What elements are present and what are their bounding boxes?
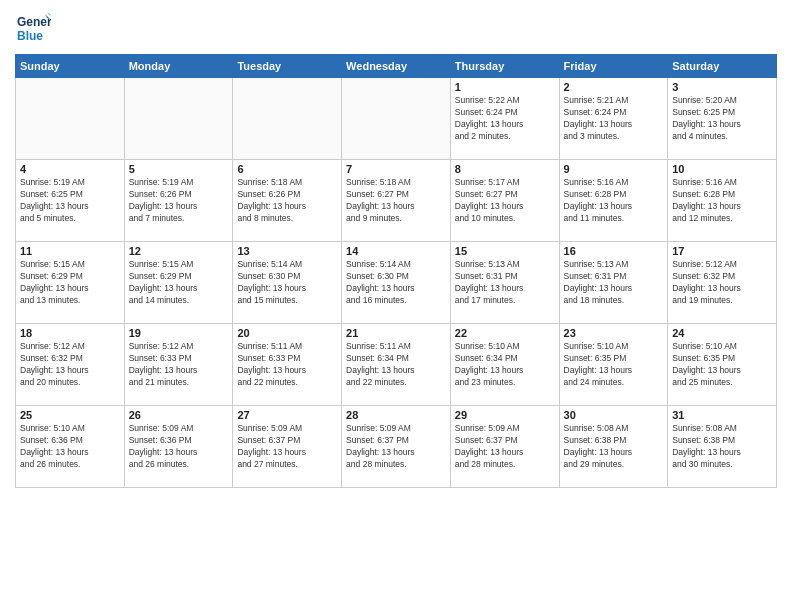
calendar-cell: 19Sunrise: 5:12 AMSunset: 6:33 PMDayligh…	[124, 324, 233, 406]
calendar-weekday: Tuesday	[233, 55, 342, 78]
calendar-cell: 8Sunrise: 5:17 AMSunset: 6:27 PMDaylight…	[450, 160, 559, 242]
day-info: Sunrise: 5:17 AMSunset: 6:27 PMDaylight:…	[455, 177, 555, 225]
day-number: 30	[564, 409, 664, 421]
day-number: 20	[237, 327, 337, 339]
calendar-cell: 18Sunrise: 5:12 AMSunset: 6:32 PMDayligh…	[16, 324, 125, 406]
day-number: 15	[455, 245, 555, 257]
calendar-cell	[16, 78, 125, 160]
day-info: Sunrise: 5:18 AMSunset: 6:26 PMDaylight:…	[237, 177, 337, 225]
day-number: 18	[20, 327, 120, 339]
calendar-cell: 20Sunrise: 5:11 AMSunset: 6:33 PMDayligh…	[233, 324, 342, 406]
calendar-cell: 10Sunrise: 5:16 AMSunset: 6:28 PMDayligh…	[668, 160, 777, 242]
day-number: 13	[237, 245, 337, 257]
day-info: Sunrise: 5:13 AMSunset: 6:31 PMDaylight:…	[564, 259, 664, 307]
day-info: Sunrise: 5:11 AMSunset: 6:33 PMDaylight:…	[237, 341, 337, 389]
day-number: 23	[564, 327, 664, 339]
calendar-cell: 15Sunrise: 5:13 AMSunset: 6:31 PMDayligh…	[450, 242, 559, 324]
calendar-weekday: Friday	[559, 55, 668, 78]
calendar-cell: 9Sunrise: 5:16 AMSunset: 6:28 PMDaylight…	[559, 160, 668, 242]
calendar-cell	[342, 78, 451, 160]
day-info: Sunrise: 5:08 AMSunset: 6:38 PMDaylight:…	[564, 423, 664, 471]
calendar-weekday: Thursday	[450, 55, 559, 78]
day-info: Sunrise: 5:10 AMSunset: 6:35 PMDaylight:…	[672, 341, 772, 389]
day-number: 24	[672, 327, 772, 339]
day-info: Sunrise: 5:15 AMSunset: 6:29 PMDaylight:…	[20, 259, 120, 307]
day-number: 26	[129, 409, 229, 421]
calendar-cell: 16Sunrise: 5:13 AMSunset: 6:31 PMDayligh…	[559, 242, 668, 324]
calendar-cell: 3Sunrise: 5:20 AMSunset: 6:25 PMDaylight…	[668, 78, 777, 160]
day-info: Sunrise: 5:10 AMSunset: 6:35 PMDaylight:…	[564, 341, 664, 389]
calendar-cell: 14Sunrise: 5:14 AMSunset: 6:30 PMDayligh…	[342, 242, 451, 324]
calendar-weekday: Monday	[124, 55, 233, 78]
calendar-cell: 5Sunrise: 5:19 AMSunset: 6:26 PMDaylight…	[124, 160, 233, 242]
day-info: Sunrise: 5:12 AMSunset: 6:32 PMDaylight:…	[672, 259, 772, 307]
calendar-cell: 6Sunrise: 5:18 AMSunset: 6:26 PMDaylight…	[233, 160, 342, 242]
calendar-week-row: 1Sunrise: 5:22 AMSunset: 6:24 PMDaylight…	[16, 78, 777, 160]
calendar-cell: 30Sunrise: 5:08 AMSunset: 6:38 PMDayligh…	[559, 406, 668, 488]
day-number: 3	[672, 81, 772, 93]
calendar-week-row: 18Sunrise: 5:12 AMSunset: 6:32 PMDayligh…	[16, 324, 777, 406]
day-number: 1	[455, 81, 555, 93]
day-info: Sunrise: 5:09 AMSunset: 6:37 PMDaylight:…	[237, 423, 337, 471]
calendar-week-row: 11Sunrise: 5:15 AMSunset: 6:29 PMDayligh…	[16, 242, 777, 324]
calendar-weekday: Wednesday	[342, 55, 451, 78]
calendar-cell: 12Sunrise: 5:15 AMSunset: 6:29 PMDayligh…	[124, 242, 233, 324]
day-info: Sunrise: 5:18 AMSunset: 6:27 PMDaylight:…	[346, 177, 446, 225]
calendar-cell: 21Sunrise: 5:11 AMSunset: 6:34 PMDayligh…	[342, 324, 451, 406]
day-info: Sunrise: 5:09 AMSunset: 6:37 PMDaylight:…	[346, 423, 446, 471]
day-number: 8	[455, 163, 555, 175]
day-number: 16	[564, 245, 664, 257]
day-info: Sunrise: 5:12 AMSunset: 6:33 PMDaylight:…	[129, 341, 229, 389]
day-number: 11	[20, 245, 120, 257]
day-info: Sunrise: 5:22 AMSunset: 6:24 PMDaylight:…	[455, 95, 555, 143]
day-info: Sunrise: 5:10 AMSunset: 6:36 PMDaylight:…	[20, 423, 120, 471]
day-number: 9	[564, 163, 664, 175]
day-info: Sunrise: 5:19 AMSunset: 6:26 PMDaylight:…	[129, 177, 229, 225]
calendar-cell: 28Sunrise: 5:09 AMSunset: 6:37 PMDayligh…	[342, 406, 451, 488]
calendar-cell: 7Sunrise: 5:18 AMSunset: 6:27 PMDaylight…	[342, 160, 451, 242]
logo-svg: General Blue	[15, 10, 51, 46]
day-number: 14	[346, 245, 446, 257]
day-info: Sunrise: 5:16 AMSunset: 6:28 PMDaylight:…	[672, 177, 772, 225]
day-number: 5	[129, 163, 229, 175]
calendar-header-row: SundayMondayTuesdayWednesdayThursdayFrid…	[16, 55, 777, 78]
day-number: 12	[129, 245, 229, 257]
day-number: 22	[455, 327, 555, 339]
calendar-cell: 31Sunrise: 5:08 AMSunset: 6:38 PMDayligh…	[668, 406, 777, 488]
calendar-cell: 22Sunrise: 5:10 AMSunset: 6:34 PMDayligh…	[450, 324, 559, 406]
calendar-weekday: Saturday	[668, 55, 777, 78]
day-number: 28	[346, 409, 446, 421]
day-info: Sunrise: 5:11 AMSunset: 6:34 PMDaylight:…	[346, 341, 446, 389]
day-number: 10	[672, 163, 772, 175]
header: General Blue	[15, 10, 777, 46]
calendar-cell: 25Sunrise: 5:10 AMSunset: 6:36 PMDayligh…	[16, 406, 125, 488]
calendar-cell: 24Sunrise: 5:10 AMSunset: 6:35 PMDayligh…	[668, 324, 777, 406]
day-number: 21	[346, 327, 446, 339]
day-info: Sunrise: 5:15 AMSunset: 6:29 PMDaylight:…	[129, 259, 229, 307]
calendar-cell: 17Sunrise: 5:12 AMSunset: 6:32 PMDayligh…	[668, 242, 777, 324]
day-info: Sunrise: 5:13 AMSunset: 6:31 PMDaylight:…	[455, 259, 555, 307]
day-info: Sunrise: 5:14 AMSunset: 6:30 PMDaylight:…	[346, 259, 446, 307]
calendar-weekday: Sunday	[16, 55, 125, 78]
day-number: 6	[237, 163, 337, 175]
day-info: Sunrise: 5:19 AMSunset: 6:25 PMDaylight:…	[20, 177, 120, 225]
day-info: Sunrise: 5:20 AMSunset: 6:25 PMDaylight:…	[672, 95, 772, 143]
calendar-cell: 27Sunrise: 5:09 AMSunset: 6:37 PMDayligh…	[233, 406, 342, 488]
calendar-cell: 23Sunrise: 5:10 AMSunset: 6:35 PMDayligh…	[559, 324, 668, 406]
svg-text:General: General	[17, 15, 51, 29]
day-info: Sunrise: 5:09 AMSunset: 6:36 PMDaylight:…	[129, 423, 229, 471]
calendar-cell	[124, 78, 233, 160]
day-info: Sunrise: 5:14 AMSunset: 6:30 PMDaylight:…	[237, 259, 337, 307]
day-number: 2	[564, 81, 664, 93]
day-number: 7	[346, 163, 446, 175]
calendar-cell	[233, 78, 342, 160]
calendar-week-row: 4Sunrise: 5:19 AMSunset: 6:25 PMDaylight…	[16, 160, 777, 242]
day-info: Sunrise: 5:21 AMSunset: 6:24 PMDaylight:…	[564, 95, 664, 143]
calendar-table: SundayMondayTuesdayWednesdayThursdayFrid…	[15, 54, 777, 488]
day-info: Sunrise: 5:09 AMSunset: 6:37 PMDaylight:…	[455, 423, 555, 471]
day-number: 4	[20, 163, 120, 175]
day-info: Sunrise: 5:12 AMSunset: 6:32 PMDaylight:…	[20, 341, 120, 389]
logo: General Blue	[15, 10, 51, 46]
day-number: 29	[455, 409, 555, 421]
calendar-cell: 1Sunrise: 5:22 AMSunset: 6:24 PMDaylight…	[450, 78, 559, 160]
